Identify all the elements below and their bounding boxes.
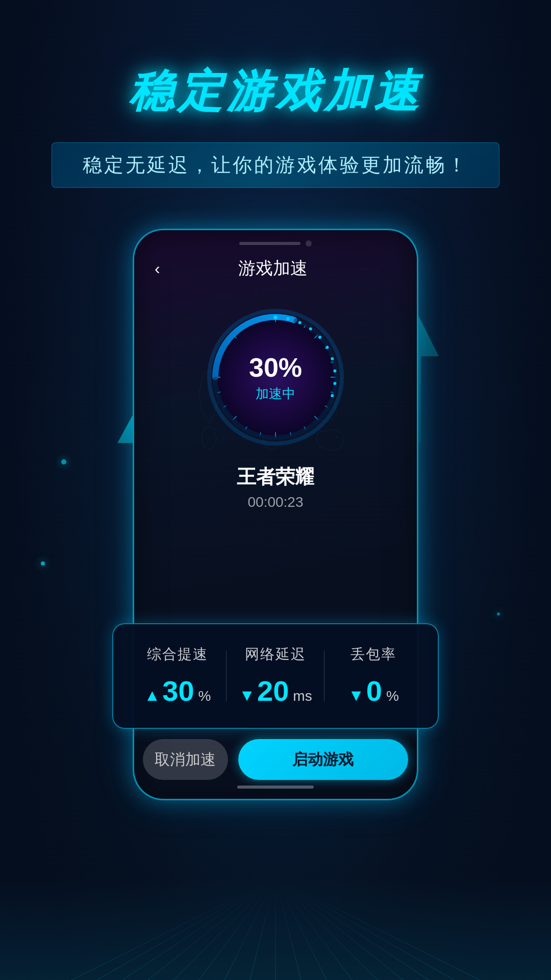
svg-line-48 xyxy=(71,878,276,980)
start-button[interactable]: 启动游戏 xyxy=(238,739,408,780)
stat-value-packet: ▼ 0 % xyxy=(348,674,399,707)
svg-line-63 xyxy=(276,878,454,980)
cancel-button[interactable]: 取消加速 xyxy=(143,739,228,780)
phone-header: ‹ 游戏加速 xyxy=(134,247,417,290)
phone-notch xyxy=(134,230,417,247)
svg-line-61 xyxy=(276,878,403,980)
notch-dot xyxy=(306,240,312,247)
notch-line xyxy=(239,242,300,245)
svg-line-55 xyxy=(250,878,276,980)
phone-area: ‹ 游戏加速 xyxy=(102,229,449,821)
main-container: 稳定游戏加速 稳定无延迟，让你的游戏体验更加流畅！ xyxy=(0,0,551,980)
stat-number-packet: 0 xyxy=(366,674,382,707)
stat-unit-latency: ms xyxy=(293,688,312,704)
svg-line-52 xyxy=(173,878,276,980)
back-icon[interactable]: ‹ xyxy=(155,259,160,278)
subtitle-banner: 稳定无延迟，让你的游戏体验更加流畅！ xyxy=(52,142,499,188)
svg-line-54 xyxy=(224,878,276,980)
stat-item-speed: 综合提速 ▲ 30 % xyxy=(129,645,227,707)
svg-line-57 xyxy=(276,878,301,980)
svg-line-64 xyxy=(276,878,480,980)
svg-line-59 xyxy=(276,878,352,980)
phone-screen-title: 游戏加速 xyxy=(170,257,376,280)
arrow-down-icon-packet: ▼ xyxy=(348,686,364,705)
stats-box: 综合提速 ▲ 30 % 网络延迟 ▼ 20 ms xyxy=(112,623,439,729)
phone-buttons: 取消加速 启动游戏 xyxy=(143,739,408,780)
stat-number-latency: 20 xyxy=(257,674,289,707)
stat-unit-packet: % xyxy=(386,688,399,704)
stat-item-packet: 丢包率 ▼ 0 % xyxy=(324,645,422,707)
stat-label-latency: 网络延迟 xyxy=(245,645,306,664)
speedometer-status: 加速中 xyxy=(249,385,302,403)
svg-line-58 xyxy=(276,878,327,980)
arrow-up-icon-speed: ▲ xyxy=(144,686,161,705)
speedometer-center: 30% 加速中 xyxy=(249,352,302,403)
speedometer-percent: 30% xyxy=(249,352,302,383)
svg-line-62 xyxy=(276,878,429,980)
speedometer-container: 30% 加速中 xyxy=(134,306,417,449)
svg-line-49 xyxy=(97,878,276,980)
svg-line-53 xyxy=(199,878,276,980)
stat-unit-speed: % xyxy=(198,688,211,704)
svg-line-60 xyxy=(276,878,378,980)
stat-label-packet: 丢包率 xyxy=(350,645,396,664)
stat-value-speed: ▲ 30 % xyxy=(144,674,211,707)
svg-line-50 xyxy=(122,878,276,980)
stats-row: 综合提速 ▲ 30 % 网络延迟 ▼ 20 ms xyxy=(129,645,422,707)
svg-line-51 xyxy=(148,878,276,980)
stat-value-latency: ▼ 20 ms xyxy=(239,674,312,707)
stat-number-speed: 30 xyxy=(162,674,194,707)
speedometer: 30% 加速中 xyxy=(204,306,347,449)
stat-item-latency: 网络延迟 ▼ 20 ms xyxy=(227,645,324,707)
bottom-lines xyxy=(0,878,551,980)
arrow-down-icon-latency: ▼ xyxy=(239,686,255,705)
stat-label-speed: 综合提速 xyxy=(147,645,208,664)
svg-point-38 xyxy=(273,315,278,320)
phone-home-bar xyxy=(237,786,314,789)
scan-lines-svg xyxy=(71,878,480,980)
main-title: 稳定游戏加速 xyxy=(129,61,422,122)
